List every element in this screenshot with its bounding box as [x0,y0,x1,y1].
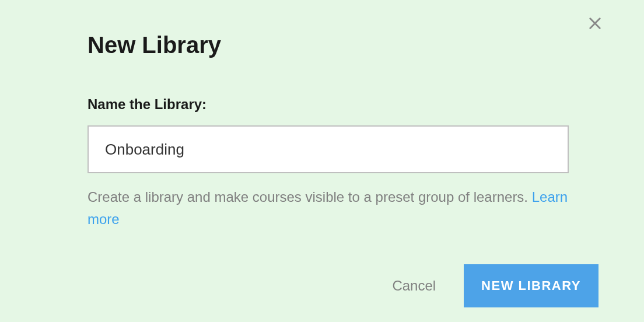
helper-text: Create a library and make courses visibl… [88,186,569,231]
cancel-button[interactable]: Cancel [392,278,436,294]
library-name-input[interactable] [88,125,569,173]
dialog-actions: Cancel NEW LIBRARY [392,264,598,307]
helper-text-content: Create a library and make courses visibl… [88,189,532,205]
close-button[interactable] [586,14,604,33]
new-library-button[interactable]: NEW LIBRARY [464,264,598,307]
close-icon [587,15,603,32]
library-name-label: Name the Library: [88,96,556,113]
new-library-dialog: New Library Name the Library: Create a l… [0,0,644,231]
dialog-title: New Library [88,32,556,58]
